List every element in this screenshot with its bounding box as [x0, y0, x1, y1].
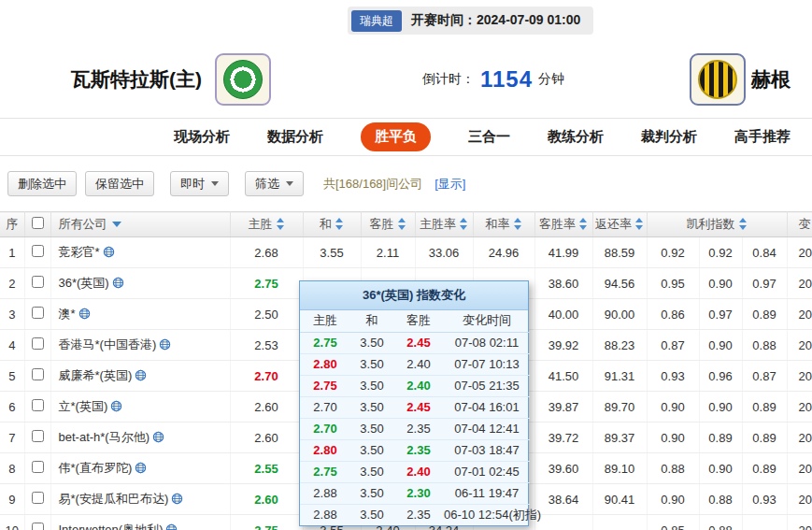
nav-tab[interactable]: 数据分析 — [267, 128, 323, 146]
nav-tab[interactable]: 胜平负 — [361, 122, 431, 151]
keep-selected-button[interactable]: 保留选中 — [85, 171, 154, 196]
sort-icon[interactable] — [739, 218, 748, 230]
home-odds-cell: 2.53 — [230, 330, 303, 361]
nav-tab[interactable]: 教练分析 — [548, 128, 604, 146]
kelly-draw: 0.97 — [699, 299, 742, 330]
home-odds[interactable]: 2.60 — [254, 400, 278, 414]
company-name[interactable]: 香港马*(中国香港) — [59, 337, 157, 351]
row-index: 9 — [0, 484, 24, 515]
away-team-crest-icon — [698, 60, 737, 99]
kelly-draw: 0.92 — [699, 237, 742, 268]
company-name[interactable]: 易*(安提瓜和巴布达) — [59, 492, 169, 506]
col-draw-label: 和 — [320, 217, 332, 231]
row-checkbox[interactable] — [32, 245, 44, 257]
select-all-checkbox[interactable] — [32, 217, 44, 229]
delete-selected-button[interactable]: 删除选中 — [7, 171, 77, 196]
home-odds-cell: 2.60 — [230, 484, 303, 515]
company-name[interactable]: 立*(英国) — [59, 399, 108, 413]
sort-icon[interactable] — [579, 218, 588, 230]
col-draw-rate[interactable]: 和率 — [473, 212, 534, 237]
row-checkbox[interactable] — [32, 430, 44, 442]
row-select-cell — [24, 423, 50, 453]
change-time: 20 — [787, 361, 812, 392]
row-index: 6 — [0, 392, 24, 423]
popup-draw-odds: 3.50 — [350, 439, 393, 461]
sort-icon[interactable] — [398, 218, 406, 230]
sort-icon[interactable] — [335, 218, 344, 230]
row-index: 5 — [0, 361, 24, 392]
col-home-odds[interactable]: 主胜 — [230, 212, 303, 237]
sort-icon[interactable] — [460, 218, 468, 230]
draw-odds-cell: 3.55 — [303, 237, 361, 268]
kelly-away: 0.89 — [742, 392, 787, 423]
globe-icon — [110, 400, 122, 412]
popup-title: 36*(英国) 指数变化 — [300, 281, 528, 310]
company-name[interactable]: 澳* — [59, 307, 76, 321]
row-checkbox[interactable] — [32, 523, 44, 530]
home-rate: 33.06 — [415, 237, 473, 268]
col-return-rate[interactable]: 返还率 — [592, 212, 647, 237]
globe-icon — [171, 493, 183, 505]
sort-icon[interactable] — [277, 218, 285, 230]
away-odds[interactable]: 2.11 — [377, 246, 399, 260]
col-away-rate[interactable]: 客胜率 — [534, 212, 592, 237]
away-rate: 41.50 — [534, 361, 592, 392]
nav-tab[interactable]: 高手推荐 — [734, 128, 791, 146]
draw-odds[interactable]: 3.55 — [320, 246, 343, 260]
nav-tab[interactable]: 现场分析 — [174, 128, 230, 146]
col-return-rate-label: 返还率 — [595, 217, 632, 231]
kelly-home: 0.90 — [647, 423, 699, 453]
nav-tab[interactable]: 裁判分析 — [641, 128, 697, 146]
kelly-home: 0.90 — [647, 484, 699, 515]
company-name[interactable]: 伟*(直布罗陀) — [59, 461, 133, 475]
col-company[interactable]: 所有公司 — [50, 212, 230, 237]
row-checkbox[interactable] — [32, 492, 44, 504]
home-odds-cell: 2.75 — [230, 268, 303, 299]
company-cell: 竞彩官* — [50, 237, 230, 268]
home-odds-cell: 2.68 — [230, 237, 303, 268]
popup-col-away: 客胜 — [393, 310, 444, 332]
company-name[interactable]: 威廉希*(英国) — [59, 368, 133, 382]
home-odds[interactable]: 2.50 — [254, 308, 278, 322]
popup-home-odds: 2.80 — [300, 353, 350, 375]
home-odds[interactable]: 2.60 — [254, 493, 278, 507]
row-checkbox[interactable] — [32, 276, 44, 288]
league-badge[interactable]: 瑞典超 — [351, 10, 402, 32]
home-odds[interactable]: 2.53 — [254, 338, 278, 352]
company-name[interactable]: 36*(英国) — [59, 276, 109, 290]
col-away-odds[interactable]: 客胜 — [361, 212, 415, 237]
row-checkbox[interactable] — [32, 337, 44, 350]
popup-draw-odds: 3.50 — [350, 482, 393, 504]
show-link[interactable]: [显示] — [434, 176, 465, 193]
row-checkbox[interactable] — [32, 399, 44, 411]
company-filter-icon[interactable] — [112, 222, 121, 227]
filter-dropdown[interactable]: 筛选 — [245, 171, 304, 196]
popup-change-time: 07-03 18:47 — [444, 439, 530, 461]
popup-change-time: 07-08 02:11 — [444, 332, 530, 353]
away-rate: 39.92 — [534, 330, 592, 361]
company-name[interactable]: 竞彩官* — [59, 245, 100, 259]
home-odds[interactable]: 2.70 — [254, 369, 278, 383]
nav-tab[interactable]: 三合一 — [468, 128, 510, 146]
popup-away-odds: 2.30 — [393, 482, 444, 504]
row-checkbox[interactable] — [32, 368, 44, 380]
col-kelly[interactable]: 凯利指数 — [647, 212, 787, 237]
change-time: 20 — [787, 237, 812, 268]
row-checkbox[interactable] — [32, 307, 44, 319]
home-odds[interactable]: 2.55 — [254, 462, 278, 476]
popup-draw-odds: 3.50 — [350, 332, 393, 353]
col-draw-odds[interactable]: 和 — [303, 212, 361, 237]
return-rate: 89.70 — [592, 392, 647, 423]
company-name[interactable]: bet-at-h*(马尔他) — [59, 430, 150, 444]
company-name[interactable]: Interwetten(奥地利) — [59, 523, 164, 530]
sort-icon[interactable] — [514, 218, 522, 230]
home-odds[interactable]: 2.75 — [254, 277, 278, 291]
col-change[interactable]: 变 — [787, 212, 812, 237]
instant-dropdown[interactable]: 即时 — [170, 171, 229, 196]
home-odds[interactable]: 2.60 — [254, 431, 278, 445]
home-odds[interactable]: 2.68 — [254, 246, 278, 260]
home-odds[interactable]: 2.75 — [254, 523, 278, 530]
row-checkbox[interactable] — [32, 461, 44, 473]
col-home-rate[interactable]: 主胜率 — [415, 212, 473, 237]
sort-icon[interactable] — [635, 218, 644, 230]
